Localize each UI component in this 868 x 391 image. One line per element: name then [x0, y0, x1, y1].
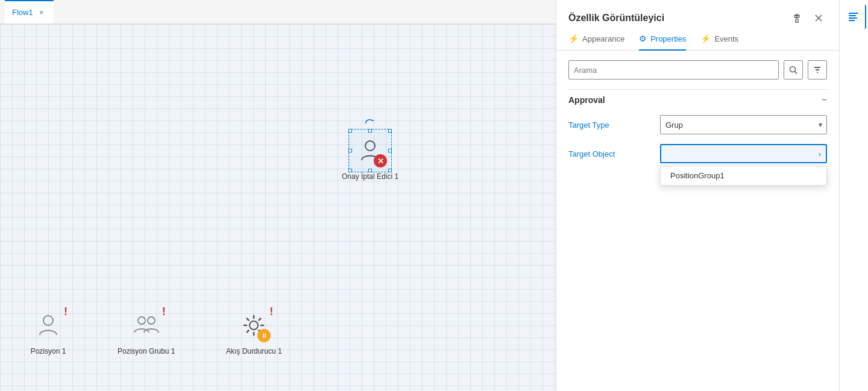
- tab-events[interactable]: ⚡ Events: [700, 34, 738, 51]
- target-object-label: Target Object: [568, 149, 653, 158]
- target-object-input[interactable]: ›: [660, 144, 827, 163]
- target-object-control: › PositionGroup1: [660, 144, 827, 163]
- node-akis-durdurucu[interactable]: ! ⏸ Akış Durdurucu 1: [226, 307, 282, 355]
- svg-point-3: [148, 317, 155, 324]
- target-type-select[interactable]: Grup Kullanıcı Rol: [660, 115, 827, 134]
- svg-line-9: [795, 72, 797, 74]
- node-label-pozisyon-grubu: Pozisyon Grubu 1: [118, 347, 175, 355]
- section-title: Approval: [568, 95, 605, 105]
- svg-point-0: [365, 141, 375, 151]
- appearance-icon: ⚡: [568, 34, 579, 43]
- rotate-handle[interactable]: [365, 119, 375, 129]
- node-label-akis-durdurucu: Akış Durdurucu 1: [226, 347, 282, 355]
- node-onay-iptal[interactable]: ✕ Onay İptal Edici 1: [342, 133, 398, 181]
- search-area: [556, 51, 839, 89]
- dropdown-item-positiongroup1[interactable]: PositionGroup1: [661, 166, 826, 185]
- handle-ml[interactable]: [348, 149, 352, 152]
- close-panel-button[interactable]: [810, 10, 827, 27]
- sidebar-properties-button[interactable]: [842, 5, 866, 29]
- svg-point-1: [43, 316, 53, 325]
- pin-button[interactable]: [788, 10, 805, 27]
- node-label-pozisyon: Pozisyon 1: [31, 347, 66, 355]
- tab-properties[interactable]: ⚙ Properties: [639, 34, 686, 51]
- tab-bar: Flow1 ×: [0, 0, 556, 24]
- search-button[interactable]: [784, 60, 803, 80]
- svg-point-4: [250, 321, 258, 330]
- svg-rect-12: [817, 72, 818, 73]
- node-pozisyon-grubu[interactable]: ! Pozisyon Grubu 1: [118, 307, 175, 355]
- person-icon-pozisyon: [34, 311, 63, 340]
- panel-header: Özellik Görüntüleyici: [556, 0, 839, 27]
- right-panel: Özellik Görüntüleyici ⚡ Appearance ⚙: [556, 0, 839, 391]
- pause-badge-akis: ⏸: [257, 329, 271, 342]
- events-icon: ⚡: [700, 34, 711, 43]
- svg-rect-14: [849, 15, 856, 16]
- target-type-select-wrapper: Grup Kullanıcı Rol ▾: [660, 115, 827, 134]
- tab-appearance[interactable]: ⚡ Appearance: [568, 34, 624, 51]
- prop-row-target-type: Target Type Grup Kullanıcı Rol ▾: [568, 110, 827, 139]
- target-object-chevron-icon: ›: [819, 149, 821, 158]
- node-pozisyon[interactable]: ! Pozisyon 1: [30, 307, 66, 355]
- filter-button[interactable]: [808, 60, 827, 80]
- node-icon-wrap-pozisyon: !: [30, 307, 66, 343]
- properties-icon: ⚙: [639, 34, 647, 43]
- panel-header-actions: [788, 10, 827, 27]
- target-type-control: Grup Kullanıcı Rol ▾: [660, 115, 827, 134]
- target-object-dropdown: PositionGroup1: [660, 166, 827, 186]
- handle-mr[interactable]: [388, 149, 392, 152]
- svg-rect-13: [849, 13, 858, 14]
- section-header: Approval −: [568, 90, 827, 110]
- error-badge-pozisyon: !: [64, 306, 68, 317]
- target-type-label: Target Type: [568, 120, 653, 130]
- svg-rect-11: [816, 69, 819, 70]
- far-right-sidebar: [839, 0, 868, 391]
- section-collapse-button[interactable]: −: [822, 95, 827, 105]
- tab-close-button[interactable]: ×: [37, 8, 46, 17]
- tab-appearance-label: Appearance: [582, 34, 624, 43]
- node-label-onay-iptal: Onay İptal Edici 1: [342, 172, 398, 181]
- canvas-content: ✕ Onay İptal Edici 1 ! Pozisyon 1 !: [0, 24, 556, 391]
- svg-rect-15: [849, 17, 857, 19]
- node-icon-wrap-akis-durdurucu: ! ⏸: [236, 307, 272, 343]
- search-input[interactable]: [568, 60, 779, 80]
- panel-tabs: ⚡ Appearance ⚙ Properties ⚡ Events: [556, 27, 839, 51]
- handle-tr[interactable]: [388, 129, 392, 133]
- error-badge-pozisyon-grubu: !: [162, 306, 166, 317]
- handle-bm[interactable]: [368, 169, 372, 172]
- tab-flow1[interactable]: Flow1 ×: [5, 0, 54, 23]
- handle-tl[interactable]: [348, 129, 352, 133]
- svg-point-2: [138, 317, 145, 324]
- tab-properties-label: Properties: [650, 34, 686, 43]
- properties-section: Approval − Target Type Grup Kullanıcı Ro…: [556, 90, 839, 168]
- node-icon-wrap-onay-iptal: ✕: [352, 133, 388, 169]
- group-persons-icon: [132, 311, 161, 340]
- svg-rect-16: [849, 20, 855, 21]
- search-input-wrap: [568, 60, 779, 80]
- prop-row-target-object: Target Object › PositionGroup1: [568, 139, 827, 168]
- svg-rect-10: [814, 67, 820, 68]
- tab-events-label: Events: [714, 34, 738, 43]
- handle-bl[interactable]: [348, 169, 352, 172]
- tab-label: Flow1: [12, 8, 33, 17]
- handle-br[interactable]: [388, 169, 392, 172]
- canvas-area: Flow1 ×: [0, 0, 556, 391]
- cancel-badge: ✕: [374, 154, 387, 167]
- error-badge-akis-durdurucu: !: [269, 306, 273, 317]
- node-icon-wrap-pozisyon-grubu: !: [128, 307, 165, 343]
- handle-tm[interactable]: [368, 129, 372, 133]
- panel-title: Özellik Görüntüleyici: [568, 13, 664, 23]
